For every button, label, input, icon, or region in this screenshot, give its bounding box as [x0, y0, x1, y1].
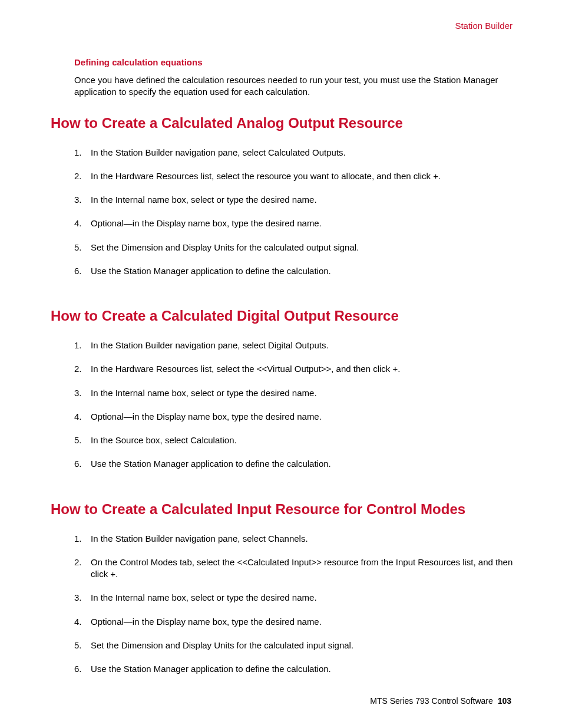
section-heading-digital: How to Create a Calculated Digital Outpu… [51, 308, 514, 324]
list-item: Use the Station Manager application to d… [74, 265, 514, 277]
list-item: In the Hardware Resources list, select t… [74, 170, 514, 182]
list-item: Set the Dimension and Display Units for … [74, 640, 514, 651]
list-item: Use the Station Manager application to d… [74, 458, 514, 470]
steps-list-input: In the Station Builder navigation pane, … [74, 533, 514, 676]
footer-page-number: 103 [498, 696, 511, 706]
section-heading-analog: How to Create a Calculated Analog Output… [51, 115, 514, 131]
list-item: Optional—in the Display name box, type t… [74, 218, 514, 229]
intro-subheading: Defining calculation equations [74, 57, 514, 67]
list-item: On the Control Modes tab, select the <<C… [74, 556, 514, 581]
list-item: In the Internal name box, select or type… [74, 387, 514, 399]
steps-list-digital: In the Station Builder navigation pane, … [74, 340, 514, 470]
list-item: In the Hardware Resources list, select t… [74, 363, 514, 375]
list-item: In the Source box, select Calculation. [74, 434, 514, 446]
list-item: Optional—in the Display name box, type t… [74, 616, 514, 628]
list-item: Set the Dimension and Display Units for … [74, 242, 514, 253]
steps-list-analog: In the Station Builder navigation pane, … [74, 147, 514, 278]
list-item: In the Internal name box, select or type… [74, 592, 514, 604]
page-footer: MTS Series 793 Control Software 103 [370, 696, 511, 706]
list-item: In the Station Builder navigation pane, … [74, 147, 514, 159]
header-section-label: Station Builder [51, 21, 513, 31]
intro-body: Once you have defined the calculation re… [74, 74, 514, 98]
list-item: In the Internal name box, select or type… [74, 194, 514, 206]
list-item: Optional—in the Display name box, type t… [74, 411, 514, 423]
list-item: In the Station Builder navigation pane, … [74, 340, 514, 351]
footer-doc-title: MTS Series 793 Control Software [370, 696, 493, 706]
list-item: In the Station Builder navigation pane, … [74, 533, 514, 545]
list-item: Use the Station Manager application to d… [74, 663, 514, 675]
section-heading-input: How to Create a Calculated Input Resourc… [51, 501, 514, 518]
